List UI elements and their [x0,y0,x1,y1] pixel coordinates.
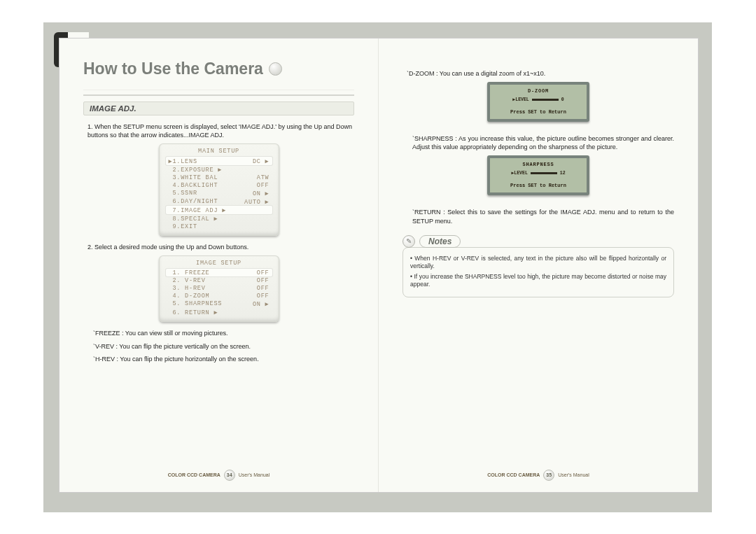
osd-row: 4.BACKLIGHTOFF [166,181,272,189]
main-setup-screen: MAIN SETUP ▶1.LENSDC ▶ 2.EXPOSURE ▶ 3.WH… [159,143,279,236]
osd-row: 3.WHITE BALATW [166,174,272,181]
freeze-desc: `FREEZE : You can view still or moving p… [93,329,354,337]
osd-row: 2.EXPOSURE ▶ [166,165,272,174]
step-1-text: 1. When the SETUP menu screen is display… [88,122,354,139]
osd-row: 2. V-REVOFF [166,276,272,284]
right-page: `D-ZOOM : You can use a digital zoom of … [379,38,698,492]
note-item: • When H-REV or V-REV is selected, any t… [410,255,666,271]
manual-spread: How to Use the Camera IMAGE ADJ. 1. When… [59,38,699,493]
return-desc: `RETURN : Select this to save the settin… [412,208,674,225]
osd-row: 6.DAY/NIGHTAUTO ▶ [166,197,272,206]
page-canvas: How to Use the Camera IMAGE ADJ. 1. When… [0,0,756,534]
level-bar [532,99,559,101]
osd-row: 8.SPECIAL ▶ [166,214,272,223]
footer-left: COLOR CCD CAMERA 34 User's Manual [59,470,378,481]
osd-row: 5.SSNRON ▶ [166,189,272,197]
vrev-desc: `V-REV : You can flip the picture vertic… [93,342,354,351]
section-subheader: IMAGE ADJ. [83,101,354,115]
osd-row: 6. RETURN ▶ [166,308,272,316]
title-text: How to Use the Camera [83,59,263,78]
notes-icon: ✎ [402,235,415,248]
dzoom-desc: `D-ZOOM : You can use a digital zoom of … [407,69,674,78]
osd-title: IMAGE SETUP [166,260,272,267]
title-orb-icon [269,62,282,76]
title-underline [83,90,354,96]
osd-title: MAIN SETUP [166,148,272,155]
osd-row: 4. D-ZOOMOFF [166,292,272,300]
osd-row: 9.EXIT [166,223,272,230]
notes-block: ✎ Notes • When H-REV or V-REV is selecte… [402,235,674,297]
level-bar [531,172,557,174]
image-setup-screen: IMAGE SETUP 1. FREEZEOFF 2. V-REVOFF 3. … [159,255,279,322]
notes-label: Notes [419,235,461,248]
osd-row: ▶1.LENSDC ▶ [166,157,272,165]
page-number: 34 [224,470,235,481]
step-2-text: 2. Select a desired mode using the Up an… [88,243,354,251]
notes-box: • When H-REV or V-REV is selected, any t… [402,247,674,297]
page-number: 35 [543,470,554,481]
footer-right: COLOR CCD CAMERA 35 User's Manual [379,470,698,481]
osd-row: 1. FREEZEOFF [166,269,272,276]
note-item: • If you increase the SHARPNESS level to… [410,273,666,289]
osd-row: 3. H-REVOFF [166,284,272,292]
left-page: How to Use the Camera IMAGE ADJ. 1. When… [59,38,379,492]
osd-row: 5. SHARPNESSON ▶ [166,300,272,308]
sharpness-desc: `SHARPNESS : As you increase this value,… [412,134,674,151]
hrev-desc: `H-REV : You can flip the picture horizo… [93,355,354,363]
osd-row: 7.IMAGE ADJ ▶ [166,206,272,214]
page-title: How to Use the Camera [83,59,354,83]
sharpness-osd: SHARPNESS ▶LEVEL 12 Press SET to Return [487,155,589,195]
dzoom-osd: D-ZOOM ▶LEVEL 0 Press SET to Return [487,82,589,122]
